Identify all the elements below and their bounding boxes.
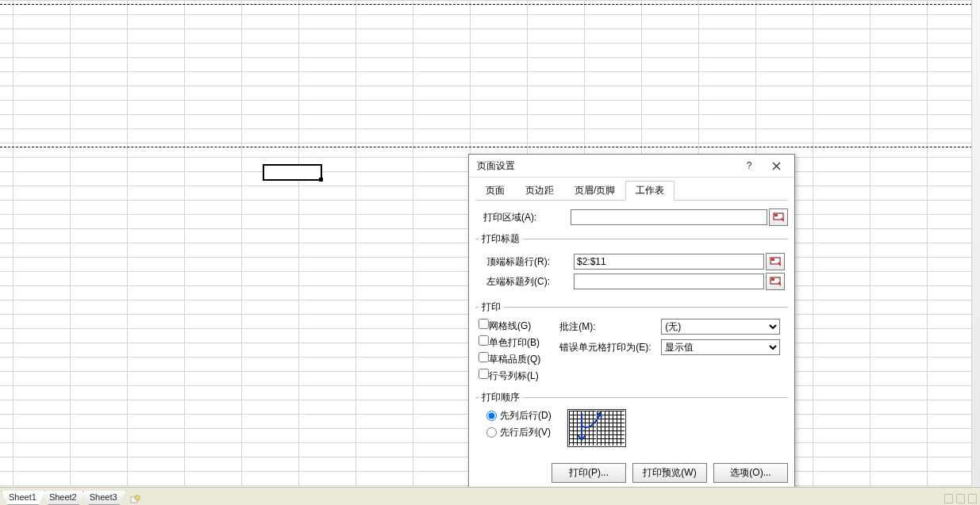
dialog-tabs: 页面 页边距 页眉/页脚 工作表: [475, 181, 788, 201]
chk-blackwhite[interactable]: 单色打印(B): [478, 335, 540, 350]
page-setup-dialog: 页面设置 ? 页面 页边距 页眉/页脚 工作表 打印区域(A): 打印标题: [468, 154, 795, 505]
sheet-tab[interactable]: Sheet1: [2, 491, 45, 505]
options-button[interactable]: 选项(O)...: [713, 463, 788, 483]
top-rows-input[interactable]: [574, 254, 764, 270]
dialog-title: 页面设置: [474, 159, 736, 173]
print-button[interactable]: 打印(P)...: [551, 463, 626, 483]
svg-point-7: [135, 495, 140, 500]
print-titles-legend: 打印标题: [478, 232, 523, 246]
sheet-tab[interactable]: Sheet2: [42, 491, 86, 505]
top-rows-label: 顶端标题行(R):: [478, 255, 574, 269]
order-down-radio[interactable]: 先列后行(D): [486, 409, 551, 423]
chk-draft[interactable]: 草稿品质(Q): [478, 352, 540, 366]
sheet-tab[interactable]: Sheet3: [83, 491, 126, 505]
order-over-radio[interactable]: 先行后列(V): [486, 426, 551, 439]
selected-cell[interactable]: [263, 164, 322, 181]
page-break-line: [0, 4, 980, 5]
preview-button[interactable]: 打印预览(W): [632, 463, 707, 483]
help-button[interactable]: ?: [736, 157, 763, 174]
svg-rect-3: [771, 258, 774, 261]
top-rows-ref-button[interactable]: [766, 253, 785, 270]
print-area-input[interactable]: [571, 209, 767, 225]
print-area-ref-button[interactable]: [769, 209, 788, 226]
status-view-buttons[interactable]: [944, 494, 977, 503]
svg-rect-1: [774, 214, 778, 216]
print-area-label: 打印区域(A):: [475, 211, 571, 224]
left-cols-input[interactable]: [574, 274, 764, 289]
order-diagram: [567, 409, 626, 447]
tab-margins[interactable]: 页边距: [515, 181, 564, 201]
notes-label: 批注(M):: [559, 320, 655, 334]
chk-headings[interactable]: 行号列标(L): [478, 369, 540, 383]
errors-select[interactable]: 显示值: [661, 339, 780, 355]
notes-select[interactable]: (无): [661, 319, 780, 335]
insert-sheet-button[interactable]: [128, 494, 142, 505]
left-cols-label: 左端标题列(C):: [478, 275, 574, 289]
print-legend: 打印: [478, 300, 504, 314]
sheet-tab-strip: Sheet1 Sheet2 Sheet3: [0, 487, 980, 505]
vertical-scrollbar[interactable]: [971, 0, 980, 486]
page-break-line: [0, 147, 980, 147]
dialog-titlebar[interactable]: 页面设置 ?: [469, 155, 794, 178]
tab-sheet[interactable]: 工作表: [625, 181, 674, 201]
left-cols-ref-button[interactable]: [766, 273, 785, 290]
svg-rect-5: [771, 278, 774, 281]
order-legend: 打印顺序: [478, 391, 523, 404]
chk-gridlines[interactable]: 网格线(G): [478, 319, 540, 333]
errors-label: 错误单元格打印为(E):: [559, 341, 655, 354]
tab-headerfooter[interactable]: 页眉/页脚: [564, 181, 625, 201]
tab-page[interactable]: 页面: [475, 181, 515, 201]
close-button[interactable]: [763, 157, 790, 174]
